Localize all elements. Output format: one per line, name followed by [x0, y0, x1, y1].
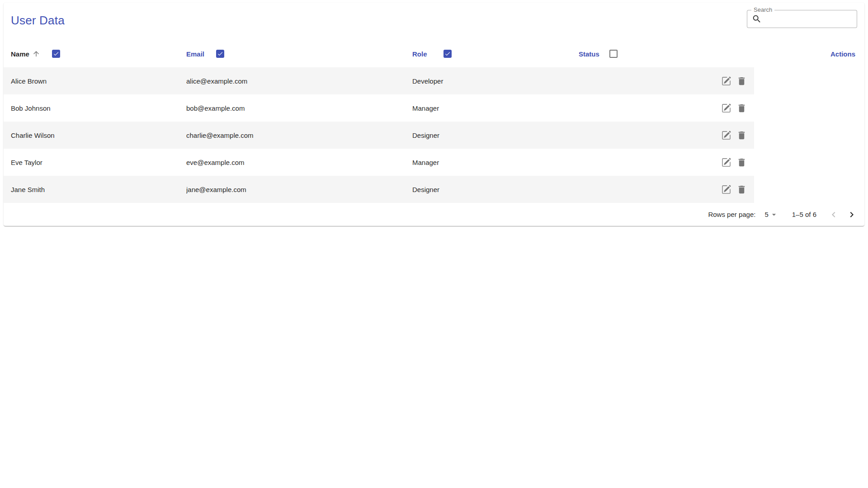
- column-header-name: Name: [11, 50, 186, 58]
- table-header-row: Name Email Role Status: [4, 40, 864, 67]
- cell-email: jane@example.com: [186, 186, 412, 193]
- edit-button[interactable]: [722, 131, 731, 140]
- status-column-checkbox[interactable]: [609, 50, 618, 58]
- page-title: User Data: [11, 14, 65, 28]
- rows-per-page-label: Rows per page:: [708, 211, 755, 218]
- cell-name: Charlie Wilson: [11, 131, 186, 139]
- sort-label-name[interactable]: Name: [11, 50, 29, 58]
- table-row: Alice Brown alice@example.com Developer: [4, 67, 754, 94]
- pagination: Rows per page: 5 1–5 of 6: [4, 203, 864, 226]
- cell-actions: [709, 130, 754, 141]
- cell-email: alice@example.com: [186, 77, 412, 85]
- cell-role: Manager: [412, 159, 579, 166]
- table-row: Jane Smith jane@example.com Designer: [4, 176, 754, 203]
- rows-per-page-select[interactable]: 5: [764, 210, 778, 219]
- cell-email: eve@example.com: [186, 159, 412, 166]
- sort-label-role[interactable]: Role: [412, 50, 427, 58]
- previous-page-button[interactable]: [825, 206, 843, 224]
- cell-name: Alice Brown: [11, 77, 186, 85]
- cell-role: Designer: [412, 186, 579, 193]
- user-data-card: User Data Search Name Email: [4, 3, 864, 226]
- cell-role: Designer: [412, 131, 579, 139]
- column-header-actions: Actions: [709, 50, 864, 58]
- column-header-status: Status: [579, 50, 709, 58]
- search-label: Search: [751, 7, 774, 13]
- sort-label-email[interactable]: Email: [186, 50, 204, 58]
- rows-per-page-value: 5: [764, 211, 768, 218]
- actions-header-label: Actions: [830, 50, 855, 58]
- column-header-email: Email: [186, 50, 412, 58]
- search-input[interactable]: [762, 10, 858, 28]
- column-header-role: Role: [412, 50, 579, 58]
- delete-button[interactable]: [736, 184, 747, 195]
- edit-button[interactable]: [722, 76, 731, 86]
- name-column-checkbox[interactable]: [52, 50, 60, 58]
- email-column-checkbox[interactable]: [216, 50, 224, 58]
- table-body: Alice Brown alice@example.com Developer: [4, 67, 754, 203]
- sort-asc-icon[interactable]: [32, 50, 40, 58]
- cell-name: Jane Smith: [11, 186, 186, 193]
- sort-label-status[interactable]: Status: [579, 50, 599, 58]
- delete-button[interactable]: [736, 76, 747, 86]
- cell-email: charlie@example.com: [186, 131, 412, 139]
- table-row: Bob Johnson bob@example.com Manager: [4, 94, 754, 122]
- caret-down-icon: [769, 210, 778, 219]
- next-page-button[interactable]: [843, 206, 861, 224]
- cell-actions: [709, 157, 754, 168]
- cell-name: Eve Taylor: [11, 159, 186, 166]
- cell-role: Manager: [412, 104, 579, 112]
- search-field[interactable]: Search: [747, 10, 857, 28]
- edit-button[interactable]: [722, 185, 731, 194]
- table-row: Charlie Wilson charlie@example.com Desig…: [4, 122, 754, 149]
- delete-button[interactable]: [736, 157, 747, 168]
- role-column-checkbox[interactable]: [443, 50, 452, 58]
- cell-actions: [709, 103, 754, 113]
- search-icon: [752, 14, 762, 24]
- pagination-range-label: 1–5 of 6: [792, 211, 816, 218]
- edit-button[interactable]: [722, 158, 731, 167]
- chevron-right-icon: [846, 209, 857, 220]
- cell-actions: [709, 184, 754, 195]
- cell-email: bob@example.com: [186, 104, 412, 112]
- cell-role: Developer: [412, 77, 579, 85]
- delete-button[interactable]: [736, 130, 747, 141]
- cell-actions: [709, 76, 754, 86]
- delete-button[interactable]: [736, 103, 747, 113]
- edit-button[interactable]: [722, 103, 731, 113]
- table-row: Eve Taylor eve@example.com Manager: [4, 149, 754, 176]
- chevron-left-icon: [828, 209, 839, 220]
- cell-name: Bob Johnson: [11, 104, 186, 112]
